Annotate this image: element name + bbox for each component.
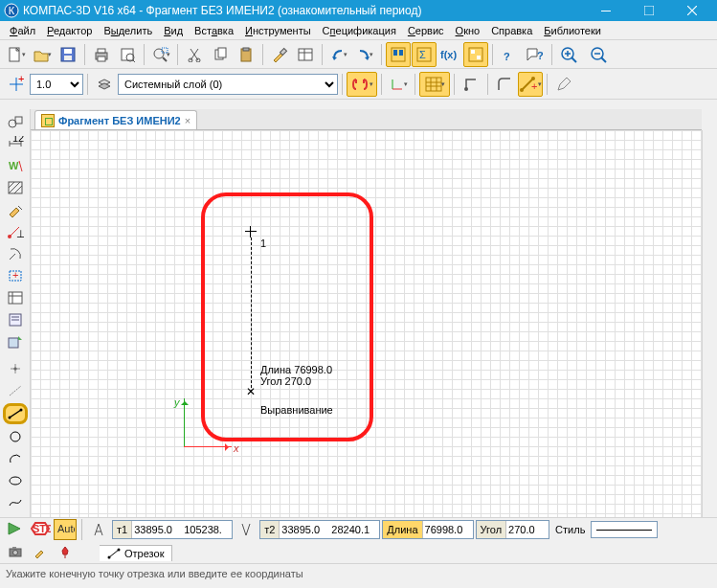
close-button[interactable] <box>670 0 713 21</box>
t1-y-input[interactable] <box>182 521 232 538</box>
svg-line-72 <box>9 182 20 193</box>
apply-button[interactable] <box>4 519 27 540</box>
drawing-canvas[interactable]: x y 1 ✕ Длина 76998.0 Угол 270.0 Выравни… <box>31 130 702 517</box>
localcs-button[interactable]: ▾ <box>386 72 411 97</box>
point-tool[interactable] <box>3 358 28 379</box>
vars-button[interactable]: Σ <box>412 42 437 67</box>
tab-close-icon[interactable]: × <box>185 115 190 126</box>
help-button[interactable]: ? <box>497 42 522 67</box>
lock-t2-button[interactable] <box>235 519 258 540</box>
library-mgr-button[interactable] <box>386 42 411 67</box>
mode-tab[interactable]: Отрезок <box>100 545 172 561</box>
t2-x-input[interactable] <box>280 521 329 538</box>
svg-rect-10 <box>98 57 105 61</box>
main-toolbar: ▾ ▾ ▾ ▾ ▾ Σ f(x) ? ? <box>0 40 717 69</box>
menu-tools[interactable]: Инструменты <box>239 23 317 38</box>
edit-tool[interactable] <box>3 199 28 220</box>
auxline-tool[interactable] <box>3 380 28 401</box>
menu-insert[interactable]: Вставка <box>189 23 239 38</box>
length-label: Длина <box>383 521 422 538</box>
menu-libraries[interactable]: Библиотеки <box>538 23 607 38</box>
ortho-button[interactable] <box>459 72 483 97</box>
svg-text:Σ: Σ <box>419 49 426 60</box>
circle-tool[interactable] <box>3 426 28 447</box>
maximize-button[interactable] <box>627 0 670 21</box>
copy-button[interactable] <box>208 42 233 67</box>
geometry-tool[interactable] <box>3 111 28 132</box>
zoomin-button[interactable] <box>556 42 585 67</box>
layer-combo[interactable]: Системный слой (0) <box>118 74 338 95</box>
paste-button[interactable] <box>234 42 258 67</box>
menu-edit[interactable]: Редактор <box>41 23 98 38</box>
lock-t1-button[interactable] <box>87 519 110 540</box>
angle-input[interactable] <box>506 521 549 538</box>
menu-spec[interactable]: Спецификация <box>317 23 402 38</box>
menu-file[interactable]: Файл <box>4 23 41 38</box>
svg-line-13 <box>133 60 135 62</box>
dim-tool[interactable]: 12 <box>3 133 28 154</box>
zoomout-button[interactable] <box>586 42 615 67</box>
select-tool[interactable]: + <box>3 265 28 286</box>
param-button[interactable]: +▾ <box>518 72 543 97</box>
hatch-tool[interactable] <box>3 177 28 198</box>
t1-field: т1 <box>112 520 233 539</box>
undo-button[interactable]: ▾ <box>326 42 351 67</box>
arc-tool[interactable] <box>3 448 28 469</box>
edit-button[interactable] <box>551 72 576 97</box>
length-input[interactable] <box>423 521 473 538</box>
menu-service[interactable]: Сервис <box>402 23 450 38</box>
props-button[interactable] <box>293 42 318 67</box>
minimize-button[interactable] <box>584 0 627 21</box>
fx-button[interactable]: f(x) <box>437 42 462 67</box>
grid-button[interactable]: ▾ <box>419 72 450 97</box>
report-tool[interactable] <box>3 309 28 330</box>
brush-button[interactable] <box>267 42 292 67</box>
redo-button[interactable]: ▾ <box>352 42 377 67</box>
menu-window[interactable]: Окно <box>450 23 486 38</box>
insert-tool[interactable] <box>3 331 28 352</box>
svg-text:f(x): f(x) <box>440 49 457 60</box>
cut-button[interactable] <box>182 42 207 67</box>
document-tab[interactable]: Фрагмент БЕЗ ИМЕНИ2 × <box>34 110 197 129</box>
brush2-button[interactable] <box>29 541 52 562</box>
preview-button[interactable] <box>115 42 140 67</box>
stop-button[interactable]: STOP <box>29 519 52 540</box>
zoomwin-button[interactable]: ▾ <box>148 42 173 67</box>
spline-tool[interactable] <box>3 492 28 513</box>
whatsthis-button[interactable]: ? <box>523 42 548 67</box>
spec-tool[interactable] <box>3 287 28 308</box>
zoom-combo[interactable]: 1.0 <box>30 74 83 95</box>
svg-rect-22 <box>243 48 249 51</box>
snap-button[interactable]: ▾ <box>347 72 377 97</box>
left-toolbar: 12 W ⊥ + <box>0 109 31 517</box>
t2-y-input[interactable] <box>329 521 379 538</box>
text-tool[interactable]: W <box>3 155 28 176</box>
cursor-grid-button[interactable]: + <box>4 72 29 97</box>
menu-help[interactable]: Справка <box>485 23 538 38</box>
struct-button[interactable] <box>463 42 488 67</box>
svg-rect-28 <box>393 50 397 56</box>
new-button[interactable]: ▾ <box>4 42 29 67</box>
svg-rect-23 <box>280 48 286 55</box>
round-button[interactable] <box>492 72 517 97</box>
svg-text:W: W <box>9 160 19 171</box>
ellipse-tool[interactable] <box>3 470 28 491</box>
measure-tool[interactable] <box>3 243 28 264</box>
autoapply-button[interactable]: Auto <box>54 519 77 540</box>
open-button[interactable]: ▾ <box>30 42 55 67</box>
svg-text:?: ? <box>504 51 510 62</box>
segment-tool[interactable] <box>3 403 28 424</box>
style-combo[interactable] <box>591 521 658 538</box>
menu-select[interactable]: Выделить <box>98 23 158 38</box>
t1-x-input[interactable] <box>132 521 182 538</box>
pin-button[interactable] <box>54 541 77 562</box>
layers-button[interactable] <box>92 72 117 97</box>
svg-line-69 <box>19 161 22 171</box>
print-button[interactable] <box>89 42 114 67</box>
svg-rect-34 <box>471 50 475 54</box>
menu-view[interactable]: Вид <box>158 23 189 38</box>
vertical-scrollbar[interactable] <box>702 130 717 517</box>
save-button[interactable] <box>56 42 80 67</box>
camera-button[interactable] <box>4 541 27 562</box>
constraint-tool[interactable]: ⊥ <box>3 221 28 242</box>
